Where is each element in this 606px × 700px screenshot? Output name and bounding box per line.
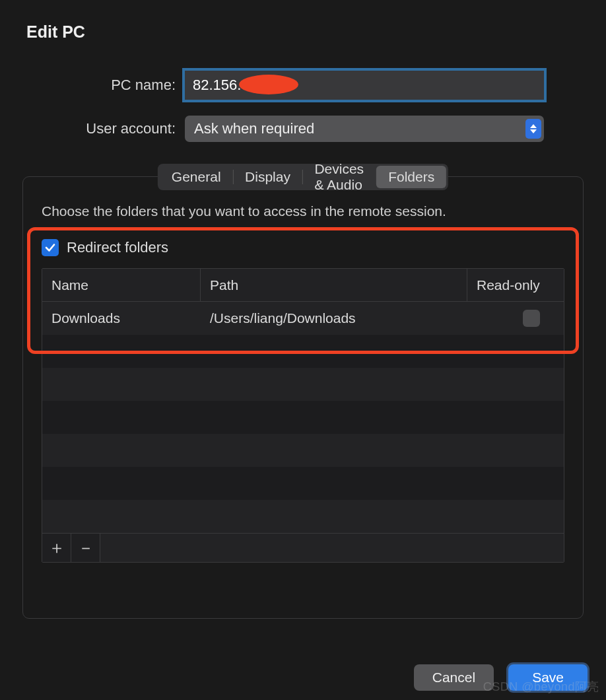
table-row[interactable]: [42, 434, 564, 467]
tab-folders[interactable]: Folders: [376, 166, 446, 188]
column-header-path[interactable]: Path: [201, 269, 467, 301]
table-row[interactable]: [42, 335, 564, 368]
cell-name: Downloads: [42, 302, 201, 335]
tab-general[interactable]: General: [160, 166, 233, 188]
user-account-select[interactable]: Ask when required: [185, 116, 544, 142]
tab-devices-audio[interactable]: Devices & Audio: [302, 166, 376, 188]
remove-folder-button[interactable]: －: [71, 534, 100, 562]
settings-panel: General Display Devices & Audio Folders …: [22, 176, 584, 619]
folders-help-text: Choose the folders that you want to acce…: [42, 203, 564, 219]
cell-path: /Users/liang/Downloads: [201, 302, 467, 335]
user-account-value: Ask when required: [194, 120, 314, 137]
table-row[interactable]: [42, 467, 564, 500]
tab-display[interactable]: Display: [233, 166, 302, 188]
redirect-folders-checkbox[interactable]: [42, 239, 59, 256]
redaction-overlay: [239, 75, 298, 94]
readonly-checkbox[interactable]: [523, 310, 540, 327]
watermark: CSDN @beyond阿亮: [483, 679, 599, 695]
minus-icon: －: [77, 536, 94, 559]
table-row[interactable]: Downloads /Users/liang/Downloads: [42, 302, 564, 335]
table-row[interactable]: [42, 500, 564, 533]
user-account-label: User account:: [22, 120, 185, 137]
table-row[interactable]: [42, 368, 564, 401]
window-title: Edit PC: [26, 22, 584, 42]
pc-name-label: PC name:: [22, 77, 185, 94]
cancel-button[interactable]: Cancel: [414, 664, 494, 691]
folders-table: Name Path Read-only Downloads /Users/lia…: [42, 268, 564, 563]
stepper-icon: [525, 119, 541, 139]
tabs-bar: General Display Devices & Audio Folders: [158, 164, 448, 190]
plus-icon: ＋: [48, 536, 65, 559]
table-row[interactable]: [42, 401, 564, 434]
column-header-readonly[interactable]: Read-only: [467, 269, 564, 301]
add-folder-button[interactable]: ＋: [42, 534, 71, 562]
check-icon: [44, 242, 56, 254]
redirect-folders-label: Redirect folders: [67, 239, 168, 256]
column-header-name[interactable]: Name: [42, 269, 201, 301]
